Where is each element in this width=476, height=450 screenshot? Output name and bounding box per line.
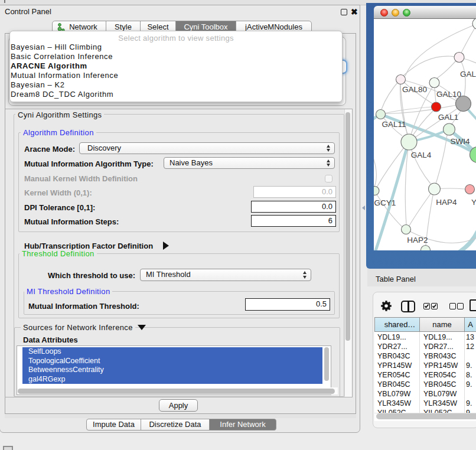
svg-text:GAL80: GAL80 xyxy=(402,85,427,94)
svg-text:GAL10: GAL10 xyxy=(436,90,461,99)
svg-text:HAP2: HAP2 xyxy=(407,236,428,244)
svg-text:GAL11: GAL11 xyxy=(382,120,406,129)
svg-text:YM: YM xyxy=(471,198,476,207)
svg-text:GAL7: GAL7 xyxy=(460,70,476,79)
svg-text:GAL1: GAL1 xyxy=(438,113,459,122)
svg-text:HAP4: HAP4 xyxy=(436,198,457,207)
svg-text:GCY1: GCY1 xyxy=(374,198,396,207)
svg-text:SWI4: SWI4 xyxy=(450,137,470,146)
svg-text:GAL4: GAL4 xyxy=(411,151,432,159)
